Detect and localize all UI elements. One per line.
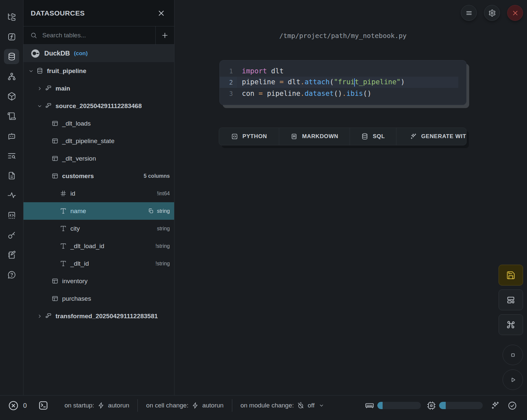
tree-item-label: name — [70, 208, 86, 215]
folder-tree-icon — [7, 13, 16, 21]
activity-icon — [7, 191, 16, 200]
notebook-pen-icon — [7, 250, 16, 259]
shutdown-button[interactable] — [507, 5, 523, 21]
tree-item-source_202504291112283468[interactable]: source_202504291112283468 — [23, 97, 174, 115]
add-cell-sql-button[interactable]: SQL — [350, 128, 396, 145]
tree-item-_dlt_loads[interactable]: _dlt_loads — [23, 115, 174, 132]
add-datasource-button[interactable] — [156, 26, 174, 44]
table-icon — [52, 172, 58, 179]
tree-item-purchases[interactable]: purchases — [23, 290, 174, 307]
tree-item-type: !int64 — [157, 191, 170, 197]
window-buttons — [461, 5, 523, 21]
tree-item-_dlt_id[interactable]: _dlt_id!string — [23, 255, 174, 272]
save-button[interactable] — [499, 265, 523, 286]
activity-item-bot-chat[interactable] — [4, 128, 19, 143]
code-token: ) — [401, 78, 405, 86]
key-icon — [7, 231, 16, 240]
activity-item-activity[interactable] — [4, 188, 19, 203]
tree-item-label: _dlt_loads — [62, 120, 91, 127]
activity-item-notebook-pen[interactable] — [4, 247, 19, 262]
code-line-3: 3con = pipeline.dataset().ibis() — [220, 88, 466, 99]
add-cell-button-label: SQL — [373, 133, 385, 140]
run-button[interactable] — [503, 369, 523, 390]
activity-item-code-square-dashed[interactable] — [4, 208, 19, 223]
code-token: import — [242, 67, 267, 75]
plus-icon — [161, 31, 169, 39]
code-token: . — [300, 78, 305, 86]
tree-item-inventory[interactable]: inventory — [23, 272, 174, 290]
add-cell-button-label: MARKDOWN — [302, 133, 338, 140]
resource-meters — [365, 401, 517, 410]
activity-item-text-search[interactable] — [4, 148, 19, 163]
connection-name: DuckDB — [44, 50, 70, 57]
chevron-down-icon — [319, 402, 324, 408]
activity-item-box[interactable] — [4, 89, 19, 104]
table-icon — [52, 120, 58, 127]
pipeline-icon — [45, 102, 52, 109]
markdown-icon — [290, 133, 298, 140]
activity-item-function-square[interactable] — [4, 29, 19, 44]
tree-item-fruit_pipeline[interactable]: fruit_pipeline — [23, 62, 174, 80]
tree-item-label: purchases — [62, 295, 91, 302]
terminal-button[interactable] — [38, 400, 49, 411]
tree-item-main[interactable]: main — [23, 80, 174, 97]
code-token: attach — [305, 78, 330, 86]
code-square-dashed-icon — [7, 211, 16, 220]
tree-item-transformed_202504291112283581[interactable]: transformed_202504291112283581 — [23, 307, 174, 325]
tree-item-name[interactable]: namestring — [23, 202, 174, 220]
tree-item-_dlt_load_id[interactable]: _dlt_load_id!string — [23, 237, 174, 255]
function-square-icon — [7, 32, 16, 41]
table-icon — [52, 155, 58, 162]
connection-status-button[interactable] — [508, 401, 517, 410]
add-cell-python-button[interactable]: PYTHON — [219, 128, 279, 145]
activity-item-key[interactable] — [4, 227, 19, 243]
setting-value: off — [308, 402, 315, 409]
activity-item-scroll[interactable] — [4, 108, 19, 124]
connection-row[interactable]: DuckDB (con) — [23, 45, 174, 62]
runtime-setting-on-module-change[interactable]: on module change:off — [232, 402, 333, 409]
tree-item-id[interactable]: id!int64 — [23, 185, 174, 202]
setting-label: on cell change: — [146, 402, 188, 409]
code-line-1: 1import dlt — [220, 65, 466, 77]
activity-item-file-text[interactable] — [4, 168, 19, 183]
tree-item-type: string — [157, 208, 170, 214]
code-token: t_pipeline" — [355, 78, 400, 86]
ai-assist-button[interactable] — [490, 401, 500, 410]
tree-item-label: transformed_202504291112283581 — [56, 313, 158, 320]
runtime-setting-on-cell-change[interactable]: on cell change:autorun — [138, 402, 232, 409]
file-text-icon — [7, 171, 16, 180]
tree-item-_dlt_version[interactable]: _dlt_version — [23, 150, 174, 167]
add-cell-markdown-button[interactable]: MARKDOWN — [279, 128, 350, 145]
ram-meter — [365, 401, 421, 410]
activity-item-database[interactable] — [4, 49, 19, 64]
activity-item-network[interactable] — [4, 69, 19, 84]
stop-button[interactable] — [503, 345, 523, 365]
command-palette-button[interactable] — [499, 314, 523, 335]
code-cell[interactable]: 1import dlt2pipeline = dlt.attach("fruit… — [219, 60, 467, 105]
code-token: () — [334, 90, 342, 97]
marimo-app: DATASOURCES DuckDB (con) fruit_pipelinem… — [0, 0, 527, 420]
layout-button[interactable] — [499, 289, 523, 310]
close-panel-button[interactable] — [157, 9, 166, 18]
tree-item-type: 5 columns — [144, 173, 170, 179]
search-input[interactable] — [42, 32, 149, 39]
tree-item-customers[interactable]: customers5 columns — [23, 167, 174, 185]
run-controls — [503, 345, 523, 390]
add-cell-generate-wit-button[interactable]: GENERATE WIT — [396, 128, 466, 145]
add-cell-toolbar: PYTHONMARKDOWNSQLGENERATE WIT — [219, 128, 467, 145]
activity-item-help-circle[interactable] — [4, 267, 19, 282]
code-token: dlt — [288, 78, 300, 86]
settings-button[interactable] — [484, 5, 500, 21]
text-search-icon — [7, 151, 16, 160]
menu-button[interactable] — [461, 5, 477, 21]
tree-item-city[interactable]: citystring — [23, 220, 174, 237]
code-token: . — [342, 90, 347, 97]
code-text: import dlt — [242, 67, 283, 75]
errors-indicator[interactable]: 0 — [8, 400, 27, 411]
activity-item-folder-tree[interactable] — [4, 9, 19, 24]
search-box[interactable] — [23, 26, 156, 44]
tree-item-_dlt_pipeline_state[interactable]: _dlt_pipeline_state — [23, 132, 174, 150]
runtime-setting-on-startup[interactable]: on startup:autorun — [56, 402, 137, 409]
activity-bar — [0, 0, 23, 395]
tree-item-label: source_202504291112283468 — [56, 102, 142, 110]
